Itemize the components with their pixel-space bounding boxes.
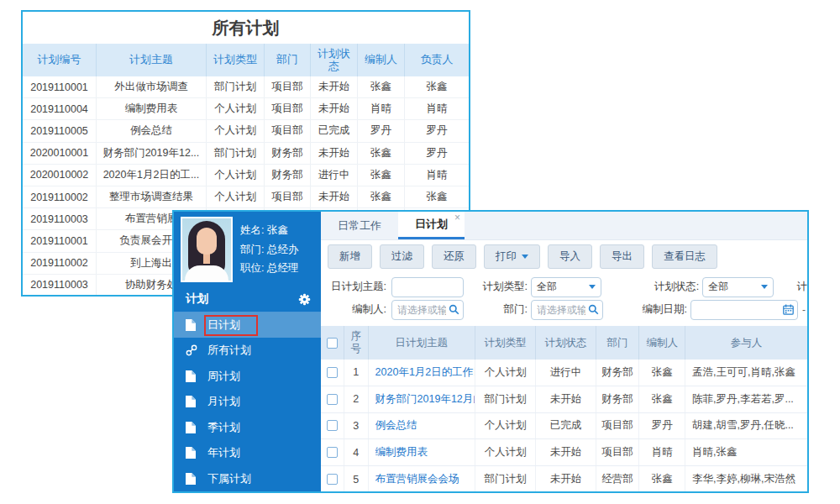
table-row[interactable]: 2019110005例会总结个人计划项目部已完成罗丹罗丹: [23, 120, 469, 142]
table-row[interactable]: 4编制费用表个人计划未开始项目部肖晴肖晴,张鑫: [321, 439, 807, 466]
dept-filter-label: 部门:: [477, 302, 528, 317]
select-all-checkbox[interactable]: [327, 338, 338, 349]
column-header[interactable]: 部门: [596, 326, 640, 360]
cell: 进行中: [311, 165, 358, 186]
column-header[interactable]: 计划主题: [97, 44, 207, 76]
view-log-button[interactable]: 查看日志: [652, 244, 717, 269]
table-row[interactable]: 20200100022020年1月2日的工...个人计划财务部进行中张鑫肖晴: [23, 165, 469, 186]
table-row[interactable]: 2020010001财务部门2019年12...部门计划财务部未开始张鑫罗丹: [23, 143, 469, 165]
cell-participants: 陈菲,罗丹,李若若,罗...: [685, 386, 807, 412]
table-row[interactable]: 2019110004编制费用表个人计划项目部未开始肖晴肖晴: [23, 98, 469, 120]
sidebar-item-label: 年计划: [207, 445, 240, 460]
column-header[interactable]: 部门: [265, 44, 311, 76]
cell-index: 1: [344, 360, 369, 386]
cell: 2019110001: [23, 76, 97, 97]
table-row[interactable]: 2019110001外出做市场调查部门计划项目部未开始张鑫张鑫: [23, 76, 469, 98]
sidebar-item-weekly-plan[interactable]: 周计划: [174, 364, 321, 390]
cell-status: 进行中: [536, 360, 596, 386]
reset-button[interactable]: 还原: [432, 244, 476, 269]
profile-name: 姓名: 张鑫: [240, 225, 298, 236]
tab-daily-work[interactable]: 日常工作: [321, 212, 398, 239]
cutoff-filter-label: 计: [797, 280, 808, 294]
column-header[interactable]: 参与人: [685, 326, 807, 360]
row-checkbox[interactable]: [327, 420, 338, 431]
column-header[interactable]: 计划状态: [536, 326, 596, 360]
cell: 肖晴: [405, 98, 469, 119]
cell: 罗丹: [405, 143, 469, 164]
sidebar-item-quarterly-plan[interactable]: 季计划: [174, 415, 321, 441]
sidebar-item-subordinate-plan[interactable]: 下属计划: [174, 466, 321, 492]
plan-subject-link[interactable]: 2020年1月2日的工作日...: [375, 365, 475, 380]
table-row[interactable]: 3例会总结个人计划已完成项目部罗丹胡建,胡雪,罗丹,任晓...: [321, 413, 807, 440]
dept-filter-input[interactable]: [531, 300, 603, 320]
profile-department: 部门: 总经办: [240, 244, 298, 255]
date-from-input[interactable]: [690, 300, 798, 320]
cell: 未开始: [311, 186, 358, 207]
user-profile: 姓名: 张鑫 部门: 总经办 职位: 总经理: [174, 212, 321, 287]
plan-subject-link[interactable]: 例会总结: [375, 418, 417, 433]
row-checkbox[interactable]: [327, 447, 338, 458]
close-icon[interactable]: ×: [454, 213, 460, 223]
column-header[interactable]: 编制人: [358, 44, 405, 76]
column-header[interactable]: 计划类型: [475, 326, 537, 360]
row-checkbox[interactable]: [327, 394, 338, 405]
tab-bar: 日常工作日计划×: [321, 212, 807, 240]
cell-dept: 项目部: [596, 413, 640, 439]
compiler-filter-input[interactable]: [391, 300, 464, 320]
sidebar-item-yearly-plan[interactable]: 年计划: [174, 440, 321, 466]
cell: 个人计划: [207, 120, 265, 141]
plan-subject-link[interactable]: 编制费用表: [375, 445, 428, 459]
cell: 张鑫: [405, 186, 469, 207]
table-row[interactable]: 12020年1月2日的工作日...个人计划进行中财务部张鑫孟浩,王可可,肖晴,张…: [321, 360, 807, 386]
table-row[interactable]: 5布置营销展会会场部门计划未开始经营部张鑫李华,李婷,柳琳,宋浩然: [321, 466, 807, 491]
sidebar-menu: 日计划所有计划周计划月计划季计划年计划下属计划: [174, 312, 321, 492]
type-filter-select[interactable]: 全部: [531, 277, 601, 297]
column-header[interactable]: 编制人: [639, 326, 685, 360]
cell-participants: 孟浩,王可可,肖晴,张鑫: [685, 360, 807, 386]
cell-participants: 李华,李婷,柳琳,宋浩然: [685, 466, 807, 491]
row-checkbox[interactable]: [327, 367, 338, 378]
row-checkbox[interactable]: [327, 474, 338, 485]
add-button[interactable]: 新增: [328, 244, 372, 269]
cell: 个人计划: [207, 98, 265, 119]
cell: 项目部: [265, 76, 311, 97]
table-row[interactable]: 2财务部门2019年12月的...部门计划未开始财务部张鑫陈菲,罗丹,李若若,罗…: [321, 386, 807, 413]
filter-button[interactable]: 过滤: [380, 244, 424, 269]
cell: 未开始: [311, 76, 358, 97]
cell-status: 已完成: [536, 413, 596, 439]
cell-participants: 胡建,胡雪,罗丹,任晓...: [685, 413, 807, 439]
cell: 张鑫: [358, 186, 405, 207]
screen: 所有计划 计划编号计划主题计划类型部门计划状态编制人负责人 2019110001…: [0, 0, 840, 504]
cell-compiler: 张鑫: [639, 386, 685, 412]
plan-subject-link[interactable]: 布置营销展会会场: [375, 472, 459, 486]
sidebar-item-monthly-plan[interactable]: 月计划: [174, 389, 321, 415]
sidebar-item-label: 周计划: [207, 369, 240, 384]
cell-compiler: 罗丹: [639, 413, 685, 439]
plan-subject-link[interactable]: 财务部门2019年12月的...: [375, 392, 475, 407]
sidebar-item-all-plans[interactable]: 所有计划: [174, 338, 321, 364]
tab-daily-plan[interactable]: 日计划×: [398, 212, 465, 239]
cell: 部门计划: [207, 143, 265, 164]
sidebar-item-daily-plan[interactable]: 日计划: [174, 312, 321, 339]
import-button[interactable]: 导入: [548, 244, 592, 269]
column-header[interactable]: 序号: [344, 326, 369, 360]
column-header[interactable]: 负责人: [405, 44, 469, 76]
cell: 例会总结: [97, 120, 207, 141]
sidebar-item-label: 月计划: [207, 394, 240, 409]
gear-icon[interactable]: [298, 293, 311, 306]
cell: 编制费用表: [97, 98, 207, 119]
status-filter-select[interactable]: 全部: [702, 277, 773, 297]
cell: 财务部: [265, 165, 311, 186]
profile-position: 职位: 总经理: [240, 263, 298, 274]
cell: 罗丹: [358, 120, 405, 141]
column-header[interactable]: 计划编号: [23, 44, 97, 76]
export-button[interactable]: 导出: [600, 244, 644, 269]
subject-filter-input[interactable]: [391, 277, 464, 297]
status-filter-label: 计划状态:: [648, 280, 699, 294]
cell: 2019110001: [23, 230, 97, 251]
print-button[interactable]: 打印: [484, 244, 540, 269]
column-header[interactable]: 计划类型: [207, 44, 265, 76]
column-header[interactable]: 日计划主题: [369, 326, 475, 360]
column-header[interactable]: 计划状态: [311, 44, 358, 76]
table-row[interactable]: 2019110002整理市场调查结果个人计划项目部未开始张鑫张鑫: [23, 186, 469, 208]
